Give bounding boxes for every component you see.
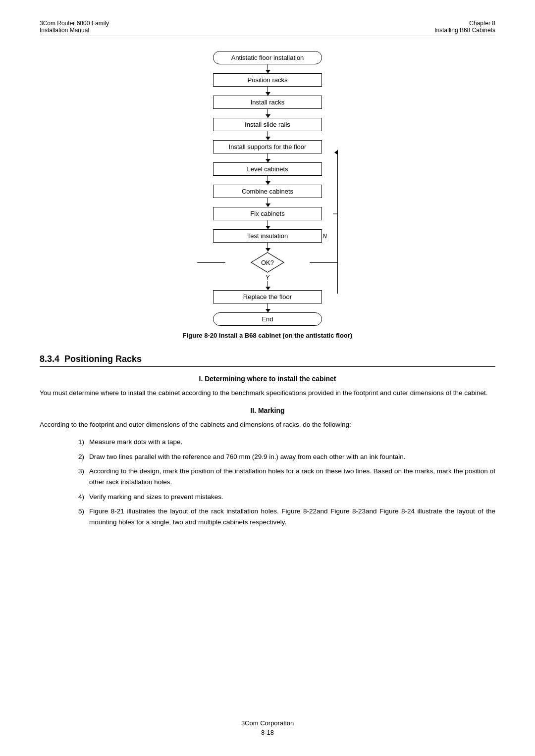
- flow-arrow: [268, 198, 268, 207]
- header-product: 3Com Router 6000 Family: [40, 20, 109, 27]
- flow-node-test: Test insulation: [213, 229, 322, 243]
- list-num-2: 2): [69, 452, 84, 462]
- list-content-4: Verify marking and sizes to prevent mist…: [89, 492, 495, 503]
- flow-arrow: [268, 176, 268, 185]
- footer-page: 8-18: [0, 729, 535, 736]
- flow-arrow: [268, 109, 268, 118]
- flow-arrow: [268, 64, 268, 73]
- list-content-3: According to the design, mark the positi…: [89, 466, 495, 487]
- figure-caption: Figure 8-20 Install a B68 cabinet (on th…: [40, 332, 495, 339]
- flow-node-fix: Fix cabinets: [213, 207, 322, 220]
- subsection2-heading: II. Marking: [40, 406, 495, 414]
- list-item-4: 4)Verify marking and sizes to prevent mi…: [69, 492, 495, 503]
- list-item-1: 1)Measure mark dots with a tape.: [69, 437, 495, 448]
- flow-node-replace: Replace the floor: [213, 290, 322, 303]
- flow-arrow: [268, 153, 268, 162]
- subsection1-text: You must determine where to install the …: [40, 388, 495, 399]
- footer-company: 3Com Corporation: [0, 719, 535, 727]
- subsection2-intro: According to the footprint and outer dim…: [40, 419, 495, 430]
- flow-arrow: [268, 131, 268, 140]
- list-num-1: 1): [69, 437, 84, 448]
- list-num-3: 3): [69, 466, 84, 487]
- flow-arrow: [268, 87, 268, 96]
- list-item-5: 5)Figure 8-21 illustrates the layout of …: [69, 506, 495, 527]
- list-content-1: Measure mark dots with a tape.: [89, 437, 495, 448]
- flowchart: Antistatic floor installation Position r…: [183, 51, 352, 326]
- list-content-5: Figure 8-21 illustrates the layout of th…: [89, 506, 495, 527]
- list-item-2: 2)Draw two lines parallel with the refer…: [69, 452, 495, 462]
- header-section: Installing B68 Cabinets: [434, 27, 495, 34]
- header-left: 3Com Router 6000 Family Installation Man…: [40, 20, 109, 34]
- flow-node-end: End: [213, 312, 322, 326]
- flow-node-level: Level cabinets: [213, 162, 322, 176]
- n-label: N: [322, 233, 327, 240]
- flow-node-slide-rails: Install slide rails: [213, 118, 322, 131]
- flow-arrow: [268, 303, 268, 312]
- page-header: 3Com Router 6000 Family Installation Man…: [40, 20, 495, 36]
- list-content-2: Draw two lines parallel with the referen…: [89, 452, 495, 462]
- section-heading: 8.3.4 Positioning Racks: [40, 354, 495, 367]
- list-item-3: 3)According to the design, mark the posi…: [69, 466, 495, 487]
- flow-arrow: [268, 281, 268, 290]
- flow-node-install-racks: Install racks: [213, 96, 322, 109]
- page-footer: 3Com Corporation 8-18: [0, 719, 535, 736]
- subsection1-heading: I. Determining where to install the cabi…: [40, 375, 495, 383]
- list-num-4: 4): [69, 492, 84, 503]
- ok-diamond-label: OK?: [261, 259, 274, 266]
- marking-list: 1)Measure mark dots with a tape.2)Draw t…: [69, 437, 495, 527]
- header-right: Chapter 8 Installing B68 Cabinets: [434, 20, 495, 34]
- flow-node-position: Position racks: [213, 73, 322, 87]
- header-manual: Installation Manual: [40, 27, 109, 34]
- flow-node-start: Antistatic floor installation: [213, 51, 322, 64]
- flow-node-supports: Install supports for the floor: [213, 140, 322, 153]
- header-chapter: Chapter 8: [434, 20, 495, 27]
- flow-arrow: [268, 220, 268, 229]
- flow-node-combine: Combine cabinets: [213, 185, 322, 198]
- page: 3Com Router 6000 Family Installation Man…: [0, 0, 535, 756]
- y-label: Y: [266, 274, 269, 281]
- flow-arrow: [268, 243, 268, 252]
- list-num-5: 5): [69, 506, 84, 527]
